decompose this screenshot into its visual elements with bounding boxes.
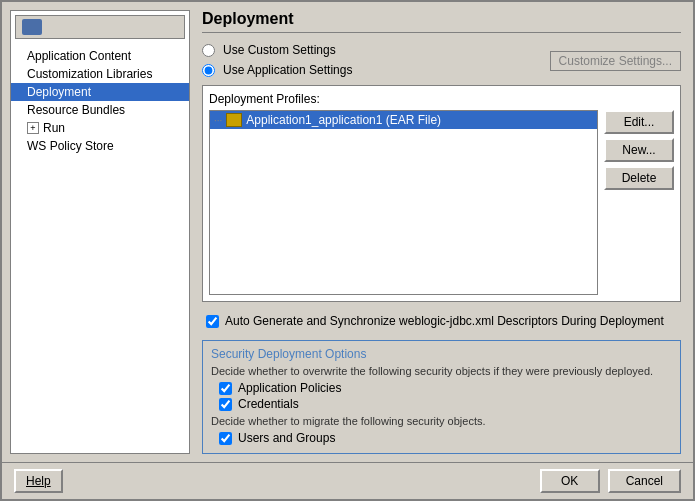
sidebar-item-deployment[interactable]: Deployment — [11, 83, 189, 101]
sidebar-items: Application Content Customization Librar… — [11, 43, 189, 159]
edit-button[interactable]: Edit... — [604, 110, 674, 134]
sidebar-item-label: Run — [43, 121, 65, 135]
sidebar-item-label: WS Policy Store — [27, 139, 114, 153]
security-desc1: Decide whether to overwrite the followin… — [211, 365, 672, 377]
sidebar: Application Content Customization Librar… — [10, 10, 190, 454]
radio-custom-row: Use Custom Settings — [202, 43, 352, 57]
customize-settings-button: Customize Settings... — [550, 51, 681, 71]
ok-button[interactable]: OK — [540, 469, 600, 493]
profile-dots: ··· — [214, 115, 222, 126]
sidebar-item-customization-libraries[interactable]: Customization Libraries — [11, 65, 189, 83]
users-groups-label[interactable]: Users and Groups — [238, 431, 335, 445]
sidebar-item-label: Deployment — [27, 85, 91, 99]
expand-icon[interactable]: + — [27, 122, 39, 134]
new-button[interactable]: New... — [604, 138, 674, 162]
profiles-list[interactable]: ··· Application1_application1 (EAR File) — [209, 110, 598, 295]
help-button[interactable]: Help — [14, 469, 63, 493]
app-policies-checkbox[interactable] — [219, 382, 232, 395]
app-policies-label[interactable]: Application Policies — [238, 381, 341, 395]
deployment-profiles-group: Deployment Profiles: ··· Application1_ap… — [202, 85, 681, 302]
auto-generate-row: Auto Generate and Synchronize weblogic-j… — [202, 308, 681, 334]
sidebar-item-run[interactable]: + Run — [11, 119, 189, 137]
sidebar-item-application-content[interactable]: Application Content — [11, 47, 189, 65]
sidebar-item-ws-policy-store[interactable]: WS Policy Store — [11, 137, 189, 155]
sidebar-item-label: Resource Bundles — [27, 103, 125, 117]
radio-application-settings[interactable] — [202, 64, 215, 77]
credentials-checkbox[interactable] — [219, 398, 232, 411]
app-policies-row: Application Policies — [211, 381, 672, 395]
credentials-row: Credentials — [211, 397, 672, 411]
users-groups-checkbox[interactable] — [219, 432, 232, 445]
deployment-dialog: Application Content Customization Librar… — [0, 0, 695, 501]
sidebar-header — [15, 15, 185, 39]
profiles-buttons: Edit... New... Delete — [604, 110, 674, 295]
radio-settings-row: Use Custom Settings Use Application Sett… — [202, 43, 681, 79]
security-options: Security Deployment Options Decide wheth… — [202, 340, 681, 454]
radio-application-row: Use Application Settings — [202, 63, 352, 77]
auto-generate-label[interactable]: Auto Generate and Synchronize weblogic-j… — [225, 314, 664, 328]
users-groups-row: Users and Groups — [211, 431, 672, 445]
profiles-content: ··· Application1_application1 (EAR File)… — [209, 110, 674, 295]
auto-generate-checkbox[interactable] — [206, 315, 219, 328]
sidebar-item-label: Application Content — [27, 49, 131, 63]
main-panel: Deployment Use Custom Settings Use Appli… — [190, 2, 693, 462]
profile-item[interactable]: ··· Application1_application1 (EAR File) — [210, 111, 597, 129]
radio-custom-settings[interactable] — [202, 44, 215, 57]
credentials-label[interactable]: Credentials — [238, 397, 299, 411]
dialog-body: Application Content Customization Librar… — [2, 2, 693, 462]
delete-button[interactable]: Delete — [604, 166, 674, 190]
radio-custom-label[interactable]: Use Custom Settings — [223, 43, 336, 57]
profiles-label: Deployment Profiles: — [209, 92, 674, 106]
security-title: Security Deployment Options — [211, 347, 672, 361]
security-desc2: Decide whether to migrate the following … — [211, 415, 672, 427]
panel-title: Deployment — [202, 10, 681, 33]
cancel-button[interactable]: Cancel — [608, 469, 681, 493]
dialog-footer: Help OK Cancel — [2, 462, 693, 499]
ear-file-icon — [226, 113, 242, 127]
app-icon — [22, 19, 42, 35]
footer-left: Help — [14, 469, 63, 493]
radio-application-label[interactable]: Use Application Settings — [223, 63, 352, 77]
sidebar-item-label: Customization Libraries — [27, 67, 152, 81]
profile-item-label: Application1_application1 (EAR File) — [246, 113, 441, 127]
sidebar-item-resource-bundles[interactable]: Resource Bundles — [11, 101, 189, 119]
footer-right: OK Cancel — [540, 469, 681, 493]
